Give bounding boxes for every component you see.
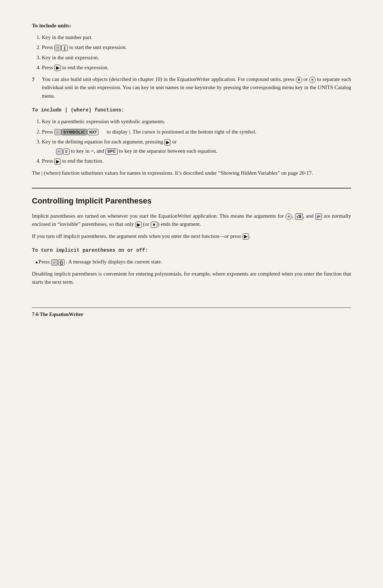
step3-mid: to key in =, and	[71, 148, 106, 154]
step2-suffix: to start the unit expression.	[69, 44, 127, 50]
include-where-heading-text: To include | (where) functions:	[32, 107, 124, 113]
key-group-shift-paren: ← (	[54, 45, 68, 51]
list-item: Press ← ( to start the unit expression.	[42, 43, 351, 51]
turn-implicit-heading: To turn implicit parentheses on or off:	[32, 247, 351, 255]
footer-text: 7-6 The EquationWriter	[32, 312, 83, 317]
step3-text: Key in the unit expression.	[42, 55, 99, 60]
list-item: Press ← {} . A message briefly displays …	[35, 258, 351, 266]
turn-implicit-list: Press ← {} . A message briefly displays …	[35, 258, 351, 266]
key-group-symbolic: ← SYMBOLIC NXT	[54, 129, 99, 135]
step4-suffix: to end the expression.	[62, 65, 109, 70]
where-step2-prefix: Press	[42, 129, 54, 135]
divide-key-2: ÷	[285, 213, 292, 220]
step4-prefix: Press	[42, 65, 54, 70]
where-step1: Key in a parenthetic expression with sym…	[42, 119, 165, 124]
margin-note-7: 7 You can also build unit objects (descr…	[32, 75, 351, 100]
right-key-3: ▶	[164, 139, 171, 146]
include-where-heading: To include | (where) functions:	[32, 107, 351, 114]
equals-key: =	[63, 148, 70, 155]
where-step2-mid: to display |. The cursor is positioned a…	[100, 129, 256, 135]
step2-prefix: Press	[42, 44, 54, 50]
right-arrow-key: ▶	[54, 65, 61, 71]
where-step3-or: or	[172, 139, 177, 145]
include-where-list: Key in a parenthetic expression with sym…	[42, 118, 351, 165]
key-group-equals: ← =	[56, 148, 70, 155]
list-item: Key in the defining equation for each ar…	[42, 138, 351, 156]
controlling-heading: Controlling Implicit Parentheses	[32, 188, 351, 207]
left-shift-key-2: ←	[56, 148, 63, 155]
right-key-p1: ▶	[135, 222, 142, 228]
page-footer: 7-6 The EquationWriter	[32, 307, 351, 318]
key-group-curly: ← {}	[51, 259, 65, 266]
divide-key: ÷	[309, 77, 316, 83]
list-item: Press ▶ to end the expression.	[42, 64, 351, 72]
left-shift-key: ←	[54, 129, 61, 135]
controlling-heading-text: Controlling Implicit Parentheses	[32, 196, 151, 205]
margin-text-content: You can also build unit objects (describ…	[42, 75, 351, 100]
curly-key: {}	[58, 259, 65, 266]
left-shift-key-3: ←	[51, 259, 58, 266]
controlling-para1: Implicit parentheses are turned on whene…	[32, 212, 351, 229]
include-units-heading: To include units:	[32, 21, 351, 30]
list-item: Press ▶ to end the function.	[42, 157, 351, 165]
nxt-key: NXT	[87, 129, 99, 135]
sqrt-key: √x̅	[295, 213, 303, 220]
times-key: ×	[296, 77, 302, 83]
where-note: The | (where) function substitutes value…	[32, 169, 351, 177]
page-content: To include units: Key in the number part…	[32, 21, 351, 318]
step1-text: Key in the number part.	[42, 34, 93, 40]
shift-key: ←	[54, 45, 61, 51]
paren-key: (	[61, 45, 68, 51]
include-units-heading-text: To include units:	[32, 22, 71, 28]
controlling-para2: If you turn off implicit parentheses, th…	[32, 232, 351, 240]
where-step3-prefix: Key in the defining equation for each ar…	[42, 139, 164, 145]
yn-key: yx	[315, 213, 322, 220]
right-key-p2: ▶	[243, 233, 249, 240]
include-units-list: Key in the number part. Press ← ( to sta…	[42, 33, 351, 72]
down-key: ▼	[151, 222, 158, 228]
list-item: Key in the unit expression.	[42, 54, 351, 62]
right-key-4: ▶	[54, 158, 61, 165]
bullet-prefix: Press	[39, 259, 51, 265]
symbolic-key: SYMBOLIC	[61, 129, 87, 135]
list-item: Key in the number part.	[42, 33, 351, 42]
disabling-para: Disabling implicit parentheses is conven…	[32, 270, 351, 287]
margin-number: 7	[32, 75, 42, 84]
turn-implicit-heading-text: To turn implicit parentheses on or off:	[32, 247, 148, 253]
where-step4-prefix: Press	[42, 158, 54, 164]
where-step4-suffix: to end the function.	[62, 158, 104, 164]
spc-key: SPC	[105, 148, 117, 155]
step3-end: to key in the separator between each equ…	[119, 148, 217, 154]
step3-continuation: ← = to key in =, and SPC to key in the s…	[56, 147, 351, 155]
list-item: Key in a parenthetic expression with sym…	[42, 118, 351, 126]
list-item: Press ← SYMBOLIC NXT to display |. The c…	[42, 128, 351, 136]
bullet-suffix: . A message briefly displays the current…	[66, 259, 162, 265]
